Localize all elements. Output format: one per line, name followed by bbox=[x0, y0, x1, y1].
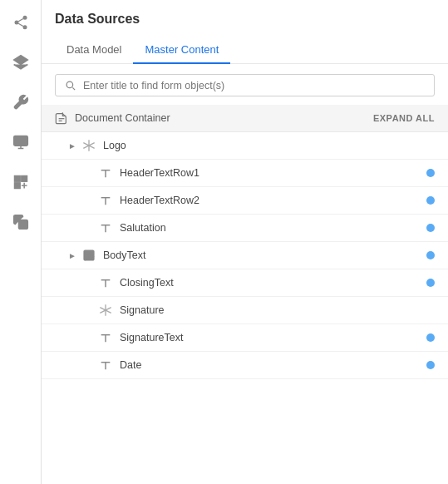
item-dot bbox=[426, 361, 435, 369]
list-item[interactable]: ► Logo bbox=[42, 132, 448, 160]
copy-icon[interactable] bbox=[8, 210, 33, 235]
svg-rect-10 bbox=[21, 176, 27, 182]
tab-data-model[interactable]: Data Model bbox=[55, 37, 133, 64]
item-label: Logo bbox=[103, 140, 426, 151]
item-label: HeaderTextRow2 bbox=[120, 195, 426, 206]
text-icon bbox=[98, 220, 113, 235]
list-item[interactable]: SignatureText bbox=[42, 324, 448, 352]
main-panel: Data Sources Data Model Master Content D… bbox=[42, 0, 448, 484]
svg-point-1 bbox=[14, 21, 18, 25]
item-dot bbox=[426, 279, 435, 287]
tabs-container: Data Model Master Content bbox=[55, 37, 435, 63]
text-icon bbox=[98, 275, 113, 290]
item-dot bbox=[426, 224, 435, 232]
chevron-icon[interactable]: ► bbox=[66, 140, 78, 151]
svg-point-27 bbox=[86, 253, 88, 254]
image-icon bbox=[81, 248, 96, 263]
list-item[interactable]: ►BodyText bbox=[42, 242, 448, 269]
svg-rect-6 bbox=[13, 136, 27, 146]
wrench-icon[interactable] bbox=[8, 90, 33, 115]
search-bar bbox=[55, 74, 435, 96]
list-item[interactable]: Salutation bbox=[42, 215, 448, 242]
layers-icon[interactable] bbox=[8, 50, 33, 75]
tree-header-label: Document Container bbox=[55, 111, 170, 125]
list-item[interactable]: Date bbox=[42, 352, 448, 379]
tab-master-content[interactable]: Master Content bbox=[133, 37, 230, 64]
item-label: Salutation bbox=[120, 222, 426, 234]
asterisk-icon bbox=[98, 303, 113, 318]
svg-rect-14 bbox=[18, 220, 27, 230]
chevron-icon[interactable]: ► bbox=[66, 249, 78, 261]
document-icon bbox=[55, 111, 68, 125]
document-container-label: Document Container bbox=[75, 112, 170, 124]
item-label: Date bbox=[120, 359, 426, 371]
list-item[interactable]: HeaderTextRow1 bbox=[42, 160, 448, 187]
item-dot bbox=[426, 251, 435, 259]
search-input[interactable] bbox=[83, 80, 426, 91]
expand-all-button[interactable]: EXPAND ALL bbox=[373, 113, 435, 123]
panel-header: Data Sources Data Model Master Content bbox=[42, 0, 448, 64]
svg-rect-11 bbox=[14, 183, 20, 189]
text-icon bbox=[98, 193, 113, 208]
tree-list: ► LogoHeaderTextRow1HeaderTextRow2Saluta… bbox=[42, 132, 448, 484]
item-dot bbox=[426, 333, 435, 342]
item-label: Signature bbox=[120, 304, 426, 316]
svg-rect-9 bbox=[14, 176, 20, 182]
svg-line-4 bbox=[18, 18, 23, 21]
item-dot bbox=[426, 196, 435, 205]
sidebar bbox=[0, 0, 42, 484]
tree-header: Document Container EXPAND ALL bbox=[42, 105, 448, 132]
svg-line-3 bbox=[18, 23, 23, 26]
svg-point-2 bbox=[22, 25, 27, 29]
add-component-icon[interactable] bbox=[8, 170, 33, 195]
svg-point-0 bbox=[22, 16, 27, 20]
text-icon bbox=[98, 330, 113, 345]
text-icon bbox=[98, 358, 113, 373]
list-item[interactable]: HeaderTextRow2 bbox=[42, 187, 448, 215]
screen-icon[interactable] bbox=[8, 130, 33, 155]
item-label: ClosingText bbox=[120, 277, 426, 289]
list-item[interactable]: Signature bbox=[42, 297, 448, 324]
asterisk-icon bbox=[81, 138, 96, 153]
svg-marker-5 bbox=[13, 56, 27, 65]
item-label: HeaderTextRow1 bbox=[120, 167, 426, 179]
item-label: SignatureText bbox=[120, 332, 426, 343]
item-dot bbox=[426, 169, 435, 177]
text-icon bbox=[98, 165, 113, 180]
list-item[interactable]: ClosingText bbox=[42, 269, 448, 297]
page-title: Data Sources bbox=[55, 12, 435, 27]
item-label: BodyText bbox=[103, 249, 426, 261]
search-icon bbox=[64, 79, 76, 91]
share-icon[interactable] bbox=[8, 10, 33, 35]
